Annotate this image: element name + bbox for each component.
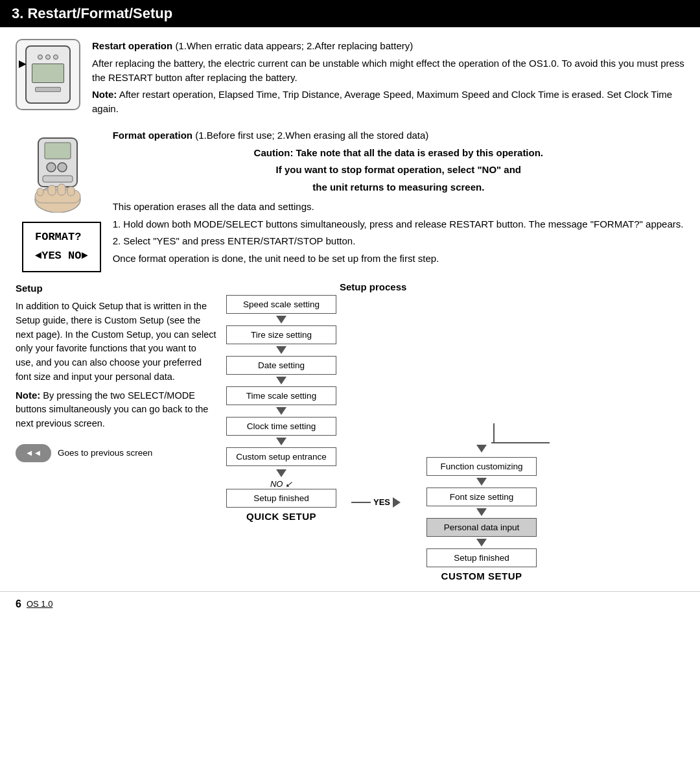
- svg-rect-9: [67, 187, 75, 196]
- setup-left-text: Setup In addition to Quick Setup that is…: [16, 281, 216, 462]
- format-box-line1: FORMAT?: [35, 228, 88, 247]
- header-title: 3. Restart/Format/Setup: [12, 5, 172, 21]
- goes-to-prev-label: Goes to previous screen: [58, 447, 152, 460]
- flow-clock-time: Clock time setting: [226, 417, 336, 436]
- svg-rect-4: [43, 176, 73, 182]
- flow-custom-entrance: Custom setup entrance: [226, 447, 336, 466]
- flow-date: Date setting: [226, 356, 336, 375]
- restart-para1: After replacing the battery, the electri…: [92, 56, 684, 85]
- setup-diagram: Setup process Speed scale setting Tire s…: [216, 281, 684, 582]
- restart-section: Restart operation (1.When erratic data a…: [92, 39, 684, 119]
- custom-arrow-down-1: [476, 478, 487, 486]
- format-section: Format operation (1.Before first use; 2.…: [113, 128, 684, 269]
- format-box-line2: ◄YES NO►: [35, 247, 88, 266]
- custom-arrow-down-2: [476, 508, 487, 516]
- custom-arrow-down-top: [476, 445, 487, 453]
- flow-time-scale: Time scale setting: [226, 386, 336, 405]
- flow-personal-data: Personal data input: [426, 518, 537, 537]
- arrow-down-5: [276, 438, 286, 445]
- format-caution3: the unit returns to measuring screen.: [113, 180, 684, 194]
- setup-para1: In addition to Quick Setup that is writt…: [16, 300, 216, 384]
- arrow-down-6: [276, 469, 286, 477]
- arrow-down-1: [276, 316, 286, 323]
- flow-speed-scale: Speed scale setting: [226, 295, 336, 314]
- flow-setup-finished-custom: Setup finished: [426, 548, 537, 567]
- custom-setup-column: Function customizing Font size setting P…: [414, 443, 550, 582]
- flow-setup-finished-quick: Setup finished: [226, 489, 336, 508]
- format-step2: 2. Select "YES" and press ENTER/START/ST…: [113, 234, 684, 248]
- format-caution2: If you want to stop format operation, se…: [113, 163, 684, 177]
- prev-screen-icon: ◄◄: [16, 444, 51, 462]
- restart-note-text: After restart operation, Elapsed Time, T…: [92, 89, 672, 114]
- svg-rect-1: [45, 143, 71, 159]
- custom-arrow-down-3: [476, 539, 487, 547]
- format-step1: 1. Hold down both MODE/SELECT buttons si…: [113, 217, 684, 231]
- format-box: FORMAT? ◄YES NO►: [22, 222, 101, 272]
- svg-point-3: [58, 163, 67, 172]
- svg-rect-8: [58, 184, 65, 195]
- format-para2: Once format operation is done, the unit …: [113, 252, 684, 266]
- arrow-down-2: [276, 346, 286, 354]
- page-number: 6: [16, 598, 21, 610]
- format-caution1: Caution: Take note that all the data is …: [113, 146, 684, 160]
- page-ref: OS 1.0: [27, 599, 52, 609]
- hand-image: [16, 128, 100, 213]
- flow-font-size: Font size setting: [426, 488, 537, 506]
- format-subtitle: (1.Before first use; 2.When erasing all …: [195, 130, 428, 141]
- device-image: ▶: [16, 39, 80, 110]
- setup-note-text: By pressing the two SELECT/MODE buttons …: [16, 390, 208, 429]
- page-footer: 6 OS 1.0: [0, 591, 700, 614]
- flow-tire-size: Tire size setting: [226, 325, 336, 344]
- yes-label: YES: [373, 497, 390, 507]
- arrow-down-3: [276, 377, 286, 384]
- page-header: 3. Restart/Format/Setup: [0, 0, 700, 27]
- format-title: Format operation: [113, 130, 192, 141]
- quick-setup-column: Speed scale setting Tire size setting Da…: [216, 295, 346, 522]
- custom-setup-col-label: CUSTOM SETUP: [441, 570, 522, 582]
- flow-func-custom: Function customizing: [426, 457, 537, 476]
- svg-point-2: [47, 163, 56, 172]
- setup-label: Setup: [16, 281, 216, 296]
- format-para1: This operation erases all the data and s…: [113, 200, 684, 214]
- quick-setup-col-label: QUICK SETUP: [246, 511, 316, 522]
- restart-title: Restart operation: [92, 40, 172, 51]
- no-label: NO ↙: [270, 479, 292, 489]
- arrow-down-4: [276, 407, 286, 415]
- setup-note-label: Note:: [16, 390, 40, 401]
- svg-rect-7: [48, 185, 56, 195]
- restart-subtitle: (1.When erratic data appears; 2.After re…: [175, 40, 413, 51]
- restart-note-label: Note:: [92, 89, 117, 100]
- svg-rect-10: [37, 188, 43, 196]
- process-label: Setup process: [340, 281, 684, 292]
